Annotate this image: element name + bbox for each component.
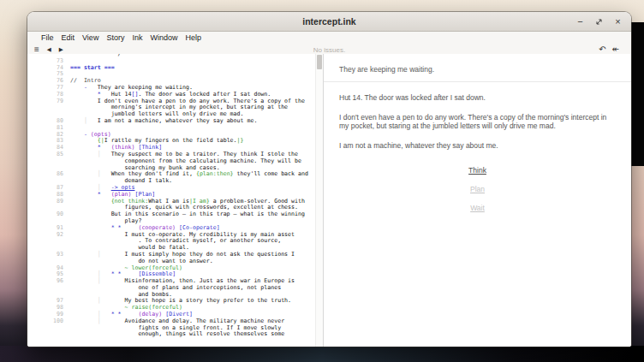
menu-ink[interactable]: Ink	[132, 33, 142, 42]
line-number: 86	[27, 171, 70, 178]
line-number: 85	[27, 151, 70, 158]
minimize-button[interactable]: −	[575, 17, 585, 27]
menu-view[interactable]: View	[82, 33, 98, 42]
turn-separator	[324, 81, 631, 82]
line-number: 93	[27, 252, 70, 258]
line-number: 97	[27, 298, 70, 305]
line-number: 95	[27, 271, 70, 278]
line-number: 73	[27, 58, 70, 65]
line-number: 87	[27, 185, 70, 192]
line-number	[27, 205, 70, 211]
wallpaper-water-band	[0, 346, 644, 362]
line-number	[27, 331, 70, 338]
story-paragraph: I don't even have a pen to do any work. …	[339, 113, 617, 130]
story-paragraph: They are keeping me waiting.	[339, 65, 617, 74]
issues-status: No issues.	[27, 46, 631, 54]
sidebar-toggle-icon[interactable]: ≡	[34, 45, 39, 54]
toolbar-left-group: ≡ ◀ ▶	[34, 45, 63, 54]
window-title: intercept.ink	[302, 16, 355, 27]
line-number: 88	[27, 192, 70, 199]
line-number	[27, 258, 70, 265]
undo-turn-icon[interactable]: ↶	[599, 45, 605, 54]
line-number: 94	[27, 265, 70, 272]
menu-file[interactable]: File	[41, 33, 54, 42]
line-number	[27, 245, 70, 252]
line-number: 100	[27, 318, 70, 325]
code-line: 80 │ I am not a machine, whatever they s…	[27, 118, 315, 125]
line-number	[27, 285, 70, 292]
code-line: enough, things will resolve themselves s…	[27, 331, 315, 338]
line-number: 75	[27, 71, 70, 78]
line-number	[27, 178, 70, 185]
restart-story-icon[interactable]: ↞	[612, 45, 619, 54]
line-number: 81	[27, 125, 70, 132]
line-number: 84	[27, 145, 70, 151]
main-content: /7374=== start ===7576// Intro77 - They …	[27, 54, 631, 347]
line-number: 79	[27, 98, 70, 105]
choice-plan[interactable]: Plan	[470, 185, 485, 193]
toolbar-right-group: ↶ ↞	[599, 45, 619, 54]
line-number: 74	[27, 65, 70, 72]
line-number: 77	[27, 85, 70, 92]
line-number: 82	[27, 132, 70, 139]
line-number	[27, 325, 70, 332]
choice-row: Think	[324, 166, 631, 175]
line-number: 91	[27, 225, 70, 232]
wallpaper-dark-strip	[630, 22, 644, 166]
titlebar[interactable]: intercept.ink − ×	[27, 12, 631, 32]
editor-scrollbar-thumb[interactable]	[317, 55, 322, 69]
menu-story[interactable]: Story	[106, 33, 124, 42]
code-line: 74=== start ===	[27, 65, 315, 72]
line-number: 99	[27, 312, 70, 318]
choice-think[interactable]: Think	[468, 166, 486, 175]
editor-scrollbar[interactable]	[315, 54, 323, 347]
choice-row: Wait	[324, 204, 631, 212]
line-number: 98	[27, 305, 70, 312]
menu-help[interactable]: Help	[185, 33, 201, 42]
line-number: 92	[27, 232, 70, 239]
line-number: 83	[27, 138, 70, 145]
inky-window: intercept.ink − × FileEditViewStoryInkWi…	[27, 12, 631, 347]
code-lines: /7374=== start ===7576// Intro77 - They …	[27, 54, 315, 338]
line-number	[27, 218, 70, 225]
menu-edit[interactable]: Edit	[62, 33, 75, 42]
menubar: FileEditViewStoryInkWindowHelp	[27, 32, 631, 44]
line-number: 76	[27, 78, 70, 85]
window-controls: − ×	[575, 12, 623, 31]
line-number: 78	[27, 92, 70, 98]
line-number	[27, 111, 70, 118]
line-number: 80	[27, 118, 70, 125]
line-number: 89	[27, 199, 70, 205]
restore-icon	[595, 18, 603, 26]
nav-forward-icon[interactable]: ▶	[59, 47, 63, 53]
close-button[interactable]: ×	[613, 17, 623, 27]
story-preview-pane: They are keeping me waiting. Hut 14. The…	[323, 54, 631, 347]
story-paragraph: Hut 14. The door was locked after I sat …	[339, 93, 617, 102]
story-paragraph: I am not a machine, whatever they say ab…	[339, 141, 617, 150]
choice-list: ThinkPlanWait	[324, 166, 631, 212]
line-number	[27, 292, 70, 299]
choice-wait[interactable]: Wait	[470, 204, 485, 212]
choice-row: Plan	[324, 185, 631, 193]
story-paragraphs: Hut 14. The door was locked after I sat …	[324, 93, 631, 150]
restore-button[interactable]	[594, 18, 604, 26]
line-number	[27, 238, 70, 245]
code-editor[interactable]: /7374=== start ===7576// Intro77 - They …	[27, 54, 315, 347]
line-number	[27, 104, 70, 111]
line-number: 90	[27, 211, 70, 218]
menu-window[interactable]: Window	[150, 33, 177, 42]
nav-back-icon[interactable]: ◀	[47, 47, 51, 53]
line-number	[27, 158, 70, 165]
line-number	[27, 165, 70, 172]
line-number: 96	[27, 278, 70, 285]
